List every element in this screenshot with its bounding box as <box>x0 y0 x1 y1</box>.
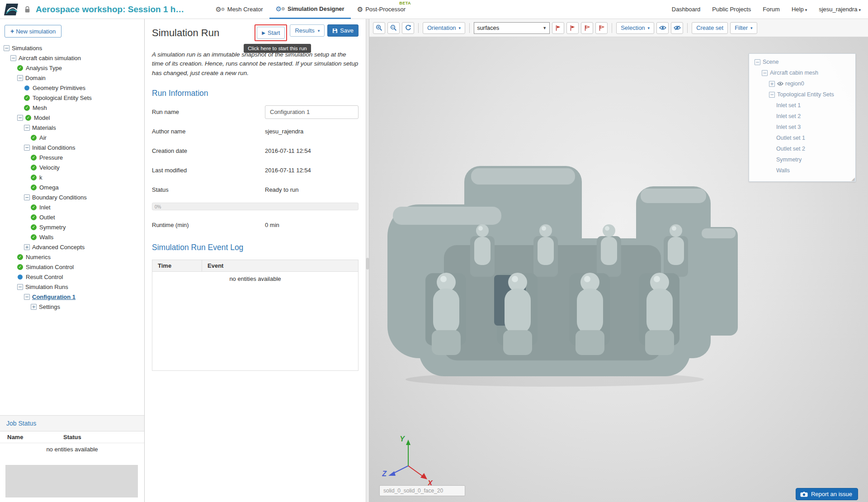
scene-tree-item[interactable]: Outlet set 2 <box>751 143 854 154</box>
tree-item[interactable]: −Boundary Conditions <box>0 192 144 202</box>
expander-plus-icon[interactable]: + <box>769 81 775 87</box>
panel-splitter[interactable] <box>366 19 369 502</box>
scene-tree-item-label[interactable]: Topological Entity Sets <box>777 91 834 98</box>
tree-item-label[interactable]: Symmetry <box>39 224 66 231</box>
nav-forum[interactable]: Forum <box>763 6 780 13</box>
tree-item-label[interactable]: Simulation Runs <box>25 284 68 290</box>
tree-item[interactable]: ✓Inlet <box>0 202 144 212</box>
simscale-logo[interactable] <box>4 3 21 16</box>
scene-tree-item-label[interactable]: Walls <box>776 167 790 174</box>
nav-dashboard[interactable]: Dashboard <box>672 6 701 13</box>
expander-minus-icon[interactable]: − <box>10 55 16 61</box>
tree-item-label[interactable]: Materials <box>32 124 56 131</box>
tree-item[interactable]: ✓Outlet <box>0 212 144 222</box>
project-title[interactable]: Aerospace workshop: Session 1 h… <box>36 5 184 14</box>
tree-item-label[interactable]: Initial Conditions <box>32 144 75 151</box>
tree-item-label[interactable]: Air <box>39 134 47 141</box>
tree-item[interactable]: −Simulation Runs <box>0 282 144 292</box>
expander-plus-icon[interactable]: + <box>24 244 30 250</box>
tree-item[interactable]: ✓Analysis Type <box>0 63 144 73</box>
scene-tree-item-label[interactable]: Outlet set 2 <box>776 146 805 152</box>
tree-item-label[interactable]: Topological Entity Sets <box>33 95 92 101</box>
expander-minus-icon[interactable]: − <box>769 92 775 98</box>
tree-item[interactable]: ✓Topological Entity Sets <box>0 93 144 103</box>
expander-minus-icon[interactable]: − <box>17 75 23 81</box>
tree-item-label[interactable]: Advanced Concepts <box>32 244 85 251</box>
orientation-button[interactable]: Orientation▾ <box>423 22 465 34</box>
tree-item[interactable]: ✓k <box>0 172 144 182</box>
user-menu[interactable]: sjesu_rajendra▾ <box>819 6 861 13</box>
tree-item[interactable]: +Advanced Concepts <box>0 242 144 252</box>
scene-tree-item[interactable]: Inlet set 2 <box>751 111 854 122</box>
tree-item[interactable]: −Simulations <box>0 43 144 53</box>
tree-item[interactable]: Geometry Primitives <box>0 83 144 93</box>
hide-entities-button[interactable] <box>671 22 683 34</box>
tree-item[interactable]: ✓Omega <box>0 182 144 192</box>
tree-item-label[interactable]: Aircraft cabin simulation <box>19 55 81 62</box>
nav-public-projects[interactable]: Public Projects <box>712 6 751 13</box>
tree-item[interactable]: −Aircraft cabin simulation <box>0 53 144 63</box>
tree-item[interactable]: ✓Velocity <box>0 162 144 172</box>
expander-minus-icon[interactable]: − <box>4 45 9 51</box>
tree-item-label[interactable]: Mesh <box>33 104 47 111</box>
highlight-flag-3-button[interactable] <box>581 22 593 34</box>
tree-item-label[interactable]: Simulations <box>12 45 42 52</box>
tree-item-label[interactable]: Numerics <box>26 254 51 260</box>
scene-tree-item[interactable]: Walls <box>751 165 854 176</box>
tree-item[interactable]: ✓Mesh <box>0 103 144 113</box>
selection-button[interactable]: Selection▾ <box>616 22 654 34</box>
tree-item-label[interactable]: Analysis Type <box>26 65 62 71</box>
scene-tree-item-label[interactable]: Symmetry <box>776 156 802 163</box>
create-set-button[interactable]: Create set <box>692 22 728 34</box>
tree-item[interactable]: ✓Walls <box>0 232 144 242</box>
tab-post-processor[interactable]: ⚙ Post-Processor BETA <box>351 0 412 19</box>
expander-plus-icon[interactable]: + <box>31 304 37 310</box>
scene-tree-item[interactable]: +region0 <box>751 78 854 89</box>
save-button[interactable]: Save <box>327 24 359 37</box>
start-button[interactable]: ▶ Start <box>257 27 285 39</box>
expander-minus-icon[interactable]: − <box>24 125 30 131</box>
show-entities-button[interactable] <box>656 22 669 34</box>
highlight-flag-4-button[interactable] <box>595 22 608 34</box>
tree-item[interactable]: ✓Pressure <box>0 152 144 162</box>
cabin-model[interactable] <box>383 150 749 390</box>
filter-button[interactable]: Filter▾ <box>730 22 757 34</box>
render-mode-select[interactable]: surfaces▼ <box>474 22 550 34</box>
scene-tree-item[interactable]: Inlet set 3 <box>751 122 854 133</box>
scene-tree-item-label[interactable]: Inlet set 1 <box>776 102 801 109</box>
scene-tree-item-label[interactable]: region0 <box>785 81 804 87</box>
tree-item-label[interactable]: k <box>39 174 42 181</box>
tree-item-label[interactable]: Outlet <box>39 214 55 221</box>
tree-item[interactable]: −✓Model <box>0 113 144 123</box>
expander-minus-icon[interactable]: − <box>24 194 30 200</box>
highlight-flag-1-button[interactable] <box>552 22 564 34</box>
expander-minus-icon[interactable]: − <box>17 115 23 121</box>
scene-tree-item[interactable]: Symmetry <box>751 154 854 165</box>
nav-help-menu[interactable]: Help▾ <box>792 6 807 13</box>
scene-tree-item-label[interactable]: Scene <box>763 59 778 65</box>
tree-item[interactable]: ✓Symmetry <box>0 222 144 232</box>
zoom-out-button[interactable] <box>387 22 400 34</box>
tab-simulation-designer[interactable]: ⚙⚙ Simulation Designer <box>269 0 351 19</box>
scene-tree-item[interactable]: Outlet set 1 <box>751 133 854 143</box>
tree-item-label[interactable]: Settings <box>39 303 60 310</box>
tree-item[interactable]: ✓Simulation Control <box>0 262 144 272</box>
splitter-handle[interactable] <box>366 258 369 270</box>
tree-item-label[interactable]: Walls <box>39 234 53 241</box>
run-name-input[interactable] <box>265 105 359 119</box>
tree-item[interactable]: −Domain <box>0 73 144 83</box>
tab-mesh-creator[interactable]: ⚙⚙ Mesh Creator <box>209 0 269 19</box>
tree-item[interactable]: ✓Numerics <box>0 252 144 262</box>
tree-item[interactable]: Result Control <box>0 272 144 282</box>
scene-tree-item-label[interactable]: Inlet set 2 <box>776 113 801 119</box>
results-button[interactable]: Results▾ <box>290 24 325 37</box>
scene-tree-item[interactable]: −Scene <box>751 57 854 67</box>
visibility-eye-icon[interactable] <box>777 81 783 86</box>
tree-item[interactable]: −Initial Conditions <box>0 142 144 152</box>
tree-item[interactable]: +Settings <box>0 302 144 312</box>
tree-item[interactable]: ✓Air <box>0 133 144 142</box>
expander-minus-icon[interactable]: − <box>755 59 760 65</box>
scene-tree-item-label[interactable]: Aircraft cabin mesh <box>770 70 818 76</box>
tree-item-label[interactable]: Omega <box>39 184 59 191</box>
tree-item-label[interactable]: Model <box>34 114 50 121</box>
